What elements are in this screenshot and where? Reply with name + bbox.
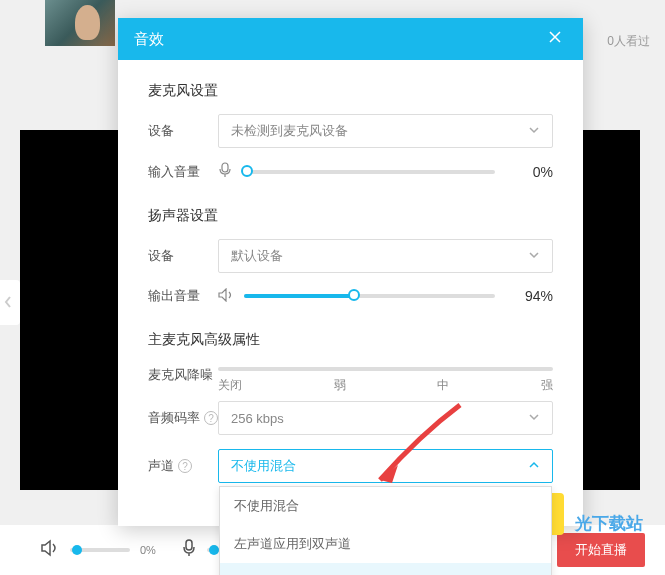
chevron-up-icon <box>528 459 540 474</box>
tick-weak: 弱 <box>334 377 346 394</box>
side-collapse-handle[interactable] <box>0 280 20 325</box>
bitrate-select[interactable]: 256 kbps <box>218 401 553 435</box>
help-icon[interactable]: ? <box>178 459 192 473</box>
mic-section-title: 麦克风设置 <box>148 82 553 100</box>
speaker-mini-pct: 0% <box>140 544 156 556</box>
mic-icon[interactable] <box>181 539 197 561</box>
advanced-section-title: 主麦克风高级属性 <box>148 331 553 349</box>
channel-option-left[interactable]: 左声道应用到双声道 <box>220 525 551 563</box>
sound-effects-modal: 音效 麦克风设置 设备 未检测到麦克风设备 输入音量 0 <box>118 18 583 526</box>
speaker-icon[interactable] <box>40 539 60 561</box>
noise-reduce-label: 麦克风降噪 <box>148 366 218 384</box>
chevron-down-icon <box>528 249 540 264</box>
chevron-left-icon <box>2 294 14 310</box>
mic-device-select[interactable]: 未检测到麦克风设备 <box>218 114 553 148</box>
channel-value: 不使用混合 <box>231 457 296 475</box>
chevron-down-icon <box>528 411 540 426</box>
speaker-section-title: 扬声器设置 <box>148 207 553 225</box>
speaker-volume-icon <box>218 288 234 305</box>
speaker-device-label: 设备 <box>148 247 218 265</box>
go-live-button[interactable]: 开始直播 <box>557 533 645 567</box>
close-button[interactable] <box>543 25 567 53</box>
input-volume-slider[interactable] <box>242 170 495 174</box>
mic-volume-icon <box>218 162 232 181</box>
modal-title: 音效 <box>134 30 543 49</box>
input-volume-label: 输入音量 <box>148 163 218 181</box>
output-volume-slider[interactable] <box>244 294 495 298</box>
svg-rect-0 <box>186 540 192 550</box>
speaker-mini-slider[interactable] <box>70 548 130 552</box>
close-icon <box>547 29 563 45</box>
help-icon[interactable]: ? <box>204 411 218 425</box>
channel-select[interactable]: 不使用混合 不使用混合 左声道应用到双声道 右声道应用到双声道 混合左右声道到双… <box>218 449 553 483</box>
speaker-device-select[interactable]: 默认设备 <box>218 239 553 273</box>
tick-mid: 中 <box>437 377 449 394</box>
output-volume-label: 输出音量 <box>148 287 218 305</box>
speaker-device-value: 默认设备 <box>231 247 283 265</box>
mic-device-label: 设备 <box>148 122 218 140</box>
mic-device-value: 未检测到麦克风设备 <box>231 122 348 140</box>
svg-rect-4 <box>222 163 228 172</box>
input-volume-value: 0% <box>511 164 553 180</box>
channel-option-right[interactable]: 右声道应用到双声道 <box>220 563 551 575</box>
channel-dropdown: 不使用混合 左声道应用到双声道 右声道应用到双声道 混合左右声道到双声道 <box>219 486 552 575</box>
noise-reduce-slider[interactable]: 关闭 弱 中 强 <box>218 363 553 387</box>
viewers-count: 0人看过 <box>607 33 650 50</box>
modal-header: 音效 <box>118 18 583 60</box>
tick-strong: 强 <box>541 377 553 394</box>
channel-option-none[interactable]: 不使用混合 <box>220 487 551 525</box>
tick-off: 关闭 <box>218 377 242 394</box>
chevron-down-icon <box>528 124 540 139</box>
bitrate-value: 256 kbps <box>231 411 284 426</box>
output-volume-value: 94% <box>511 288 553 304</box>
video-thumbnail <box>45 0 115 46</box>
bitrate-label: 音频码率 ? <box>148 409 218 427</box>
channel-label: 声道 ? <box>148 457 218 475</box>
